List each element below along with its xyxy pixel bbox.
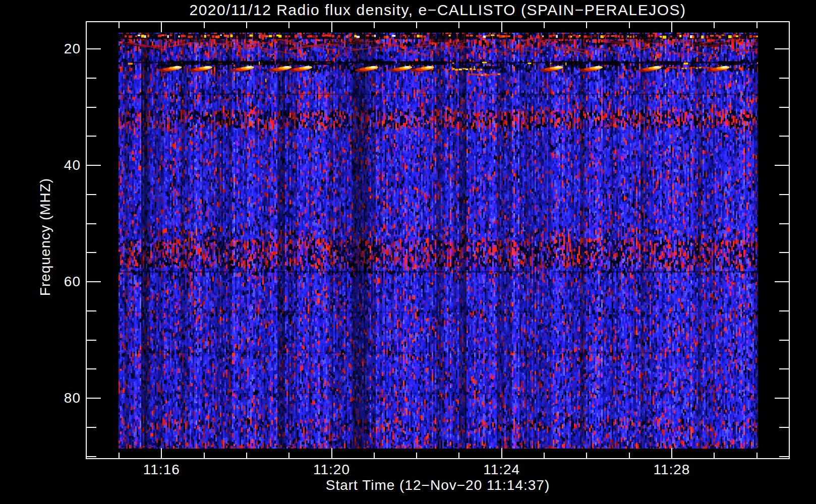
- x-axis-top-minor-tick: [374, 22, 375, 28]
- y-axis-right-minor-tick: [779, 78, 789, 79]
- x-axis-label: Start Time (12−Nov−20 11:14:37): [86, 477, 790, 493]
- y-axis-right-major-tick: [775, 281, 789, 282]
- x-axis-top-minor-tick: [204, 22, 205, 28]
- y-axis-major-tick: [87, 281, 101, 282]
- y-axis-minor-tick: [87, 368, 96, 369]
- x-axis-minor-tick: [714, 453, 715, 458]
- x-axis-minor-tick: [586, 453, 587, 458]
- x-axis-tick-label: 11:16: [126, 462, 197, 478]
- x-axis-top-major-tick: [501, 22, 502, 32]
- x-axis-top-minor-tick: [119, 22, 120, 28]
- spectrogram-page: 2020/11/12 Radio flux density, e−CALLIST…: [0, 0, 816, 504]
- x-axis-major-tick: [161, 448, 162, 458]
- y-axis-right-minor-tick: [779, 456, 789, 457]
- x-axis-major-tick: [331, 448, 332, 458]
- y-axis-tick-label: 40: [48, 157, 81, 173]
- x-axis-top-minor-tick: [458, 22, 459, 28]
- y-axis-right-minor-tick: [779, 136, 789, 137]
- y-axis-minor-tick: [87, 340, 96, 341]
- x-axis-minor-tick: [629, 453, 630, 458]
- y-axis-tick-label: 60: [48, 274, 81, 290]
- x-axis-top-minor-tick: [288, 22, 289, 28]
- y-axis-right-major-tick: [775, 398, 789, 399]
- y-axis-minor-tick: [87, 78, 96, 79]
- y-axis-right-minor-tick: [779, 310, 789, 311]
- y-axis-minor-tick: [87, 136, 96, 137]
- y-axis-major-tick: [87, 48, 101, 49]
- x-axis-top-minor-tick: [586, 22, 587, 28]
- x-axis-top-major-tick: [671, 22, 672, 32]
- y-axis-right-minor-tick: [779, 368, 789, 369]
- x-axis-tick-label: 11:28: [636, 462, 707, 478]
- x-axis-minor-tick: [458, 453, 459, 458]
- y-axis-right-major-tick: [775, 165, 789, 166]
- chart-title: 2020/11/12 Radio flux density, e−CALLIST…: [86, 2, 790, 19]
- y-axis-right-minor-tick: [779, 107, 789, 108]
- x-axis-minor-tick: [756, 453, 757, 458]
- y-axis-major-tick: [87, 165, 101, 166]
- y-axis-right-major-tick: [775, 48, 789, 49]
- x-axis-top-major-tick: [331, 22, 332, 32]
- y-axis-minor-tick: [87, 107, 96, 108]
- y-axis-minor-tick: [87, 252, 96, 253]
- y-axis-right-minor-tick: [779, 223, 789, 224]
- x-axis-tick-label: 11:20: [297, 462, 367, 478]
- y-axis-major-tick: [87, 398, 101, 399]
- x-axis-minor-tick: [288, 453, 289, 458]
- x-axis-minor-tick: [119, 453, 120, 458]
- x-axis-top-minor-tick: [714, 22, 715, 28]
- y-axis-right-minor-tick: [779, 194, 789, 195]
- y-axis-tick-label: 80: [48, 390, 81, 406]
- x-axis-major-tick: [501, 448, 502, 458]
- y-axis-right-minor-tick: [779, 252, 789, 253]
- spectrogram-canvas: [119, 33, 758, 449]
- y-axis-minor-tick: [87, 427, 96, 428]
- y-axis-minor-tick: [87, 310, 96, 311]
- y-axis-minor-tick: [87, 223, 96, 224]
- x-axis-tick-label: 11:24: [467, 462, 537, 478]
- y-axis-tick-label: 20: [48, 41, 81, 57]
- x-axis-top-major-tick: [161, 22, 162, 32]
- x-axis-minor-tick: [544, 453, 545, 458]
- y-axis-minor-tick: [87, 456, 96, 457]
- y-axis-right-minor-tick: [779, 427, 789, 428]
- x-axis-minor-tick: [204, 453, 205, 458]
- y-axis-right-minor-tick: [779, 340, 789, 341]
- x-axis-top-minor-tick: [416, 22, 417, 28]
- x-axis-major-tick: [671, 448, 672, 458]
- x-axis-minor-tick: [374, 453, 375, 458]
- y-axis-minor-tick: [87, 194, 96, 195]
- x-axis-top-minor-tick: [544, 22, 545, 28]
- x-axis-top-minor-tick: [629, 22, 630, 28]
- x-axis-top-minor-tick: [756, 22, 757, 28]
- x-axis-minor-tick: [416, 453, 417, 458]
- x-axis-top-minor-tick: [246, 22, 247, 28]
- x-axis-minor-tick: [246, 453, 247, 458]
